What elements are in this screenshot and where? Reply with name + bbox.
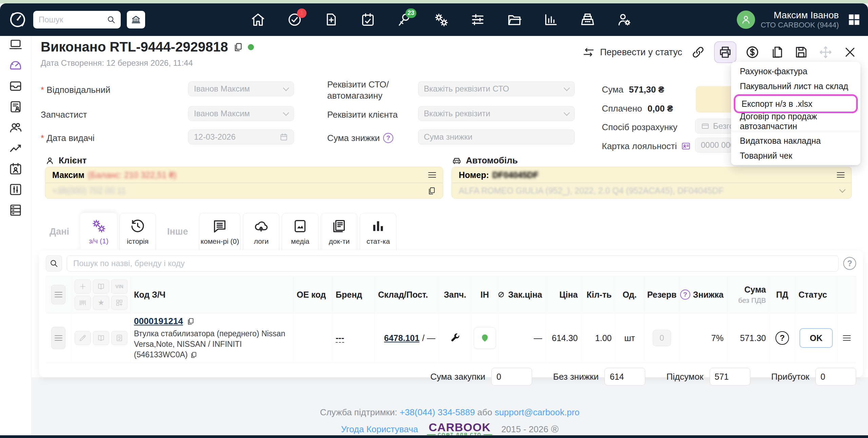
wrench-icon[interactable] <box>449 332 461 344</box>
status-ok-button[interactable]: OK <box>800 328 833 348</box>
profit-input[interactable] <box>815 368 856 385</box>
sidebar-clients-icon[interactable] <box>8 120 23 135</box>
car-number-row[interactable]: Номер: DF04045DF <box>452 167 851 183</box>
barcode-icon[interactable] <box>75 296 91 310</box>
global-search-input[interactable] <box>38 15 106 25</box>
nav-new-document-icon[interactable] <box>323 12 339 28</box>
parts-search-button[interactable] <box>46 255 62 272</box>
copy-description-icon[interactable] <box>190 351 197 359</box>
parts-help-icon[interactable] <box>843 257 856 270</box>
availability-button[interactable] <box>474 327 496 349</box>
nav-settings-icon[interactable] <box>470 12 486 28</box>
nav-planner-icon[interactable] <box>360 12 376 28</box>
subtotal-input[interactable] <box>710 368 750 385</box>
col-qty[interactable]: Кіл-ть <box>581 276 615 313</box>
add-group-icon[interactable] <box>111 296 127 310</box>
col-brand[interactable]: Бренд <box>332 276 374 313</box>
copy-order-number-icon[interactable] <box>233 42 243 52</box>
issue-date-input[interactable]: 12-03-2026 <box>188 130 294 144</box>
menu-item-packing-list[interactable]: Пакувальний лист на склад <box>731 79 861 94</box>
part-document-icon[interactable] <box>111 331 127 345</box>
tab-history[interactable]: історія <box>119 213 156 250</box>
part-catalog-icon[interactable] <box>93 331 109 345</box>
discount-help-icon[interactable] <box>680 290 690 300</box>
col-price[interactable]: Ціна <box>546 276 581 313</box>
menu-item-expense-invoice[interactable]: Видаткова накладна <box>731 133 861 148</box>
tab-documents[interactable]: док-ти <box>321 213 357 250</box>
copy-link-icon[interactable] <box>690 44 707 61</box>
tab-data[interactable]: Дані <box>41 213 78 250</box>
sto-requisites-select[interactable]: Вкажіть реквізити СТО <box>418 81 575 96</box>
col-code[interactable]: Код З/Ч <box>130 276 293 313</box>
table-menu-icon[interactable] <box>51 285 65 304</box>
nav-services-icon[interactable] <box>433 12 449 28</box>
menu-item-sale-contract[interactable]: Договір про продаж автозапчастин <box>731 114 861 129</box>
stock-link[interactable]: 6478.101 <box>384 333 419 343</box>
row-drag-icon[interactable] <box>51 327 65 349</box>
close-button[interactable] <box>842 44 859 61</box>
client-menu-icon[interactable] <box>428 172 436 178</box>
duplicate-button[interactable] <box>768 44 785 61</box>
client-requisites-select[interactable]: Вкажіть реквізити <box>418 106 575 121</box>
nav-user-settings-icon[interactable] <box>616 12 632 28</box>
copy-code-icon[interactable] <box>186 317 195 325</box>
col-oe[interactable]: ОЕ код <box>293 276 332 313</box>
tab-media[interactable]: медіа <box>282 213 318 250</box>
help-icon[interactable] <box>383 133 393 143</box>
support-email-link[interactable]: support@carbook.pro <box>495 407 579 417</box>
user-menu[interactable]: Максим Іванов СТО CARBOOK (9444) <box>737 3 862 36</box>
tab-statistics[interactable]: стат-ка <box>360 213 396 250</box>
pd-help-icon[interactable] <box>775 331 789 345</box>
menu-item-sales-receipt[interactable]: Товарний чек <box>731 148 861 163</box>
col-purchase[interactable]: Зак.ціна <box>498 276 546 313</box>
edit-part-icon[interactable] <box>75 331 91 345</box>
cashbox-button[interactable] <box>127 11 145 28</box>
col-in[interactable]: ІН <box>471 276 498 313</box>
menu-item-invoice[interactable]: Рахунок-фактура <box>731 64 861 79</box>
col-status[interactable]: Статус <box>795 276 837 313</box>
nav-reports-icon[interactable] <box>543 12 559 28</box>
sidebar-warehouse-icon[interactable] <box>8 203 23 218</box>
sidebar-analytics-icon[interactable] <box>8 141 23 156</box>
col-pd[interactable]: ПД <box>769 276 795 313</box>
sidebar-acts-icon[interactable] <box>8 99 23 114</box>
col-reserve[interactable]: Резерв <box>644 276 679 313</box>
tab-parts[interactable]: з/ч (1) <box>80 213 117 250</box>
tab-logs[interactable]: логи <box>243 213 279 250</box>
sidebar-dashboard-icon[interactable] <box>8 58 23 73</box>
save-button[interactable] <box>793 44 810 61</box>
part-code-link[interactable]: 0000191214 <box>134 316 183 326</box>
parts-search-input[interactable] <box>67 255 839 272</box>
apps-grid-icon[interactable] <box>846 12 862 27</box>
sidebar-controls-icon[interactable] <box>8 182 23 197</box>
col-stock[interactable]: Склад/Пост. <box>374 276 439 313</box>
add-part-icon[interactable] <box>75 279 91 294</box>
loyalty-id-card-icon[interactable] <box>681 141 691 151</box>
purchase-total-input[interactable] <box>491 368 532 385</box>
col-sum[interactable]: Сума без ПДВ <box>727 276 769 313</box>
car-model-row[interactable]: ALFA ROMEO GIULIA (952_), 2022, 2.0 Q4 (… <box>452 183 851 198</box>
chevron-down-icon[interactable] <box>839 186 845 193</box>
row-menu-icon[interactable] <box>843 335 851 341</box>
payment-button[interactable] <box>744 44 761 61</box>
discount-sum-input[interactable]: Сума знижки <box>418 130 575 144</box>
col-unit[interactable]: Од. <box>615 276 644 313</box>
nav-tasks-icon[interactable]: 1 <box>287 12 302 28</box>
sidebar-inbox-icon[interactable] <box>8 79 23 94</box>
car-menu-icon[interactable] <box>837 172 845 178</box>
responsible-select[interactable]: Іванов Максим <box>188 81 294 96</box>
transfer-status-button[interactable]: Перевести у статус <box>582 45 682 59</box>
search-icon[interactable] <box>106 15 116 24</box>
support-phone-link[interactable]: +38(044) 334-5889 <box>400 407 475 417</box>
tab-other[interactable]: Інше <box>158 213 197 250</box>
sidebar-schedule-icon[interactable] <box>8 161 23 176</box>
menu-item-export-xlsx[interactable]: Експорт н/з в .xlsx <box>735 96 856 112</box>
copy-phone-icon[interactable] <box>427 186 436 195</box>
favorites-icon[interactable]: ★ <box>93 296 109 310</box>
parts-manager-select[interactable]: Іванов Максим <box>188 106 294 121</box>
reserve-button[interactable]: 0 <box>653 330 671 346</box>
user-agreement-link[interactable]: Угода Користувача <box>341 424 418 435</box>
nav-cash-register-icon[interactable] <box>579 12 595 28</box>
col-part[interactable]: Запч. <box>439 276 471 313</box>
print-button[interactable] <box>714 41 736 63</box>
